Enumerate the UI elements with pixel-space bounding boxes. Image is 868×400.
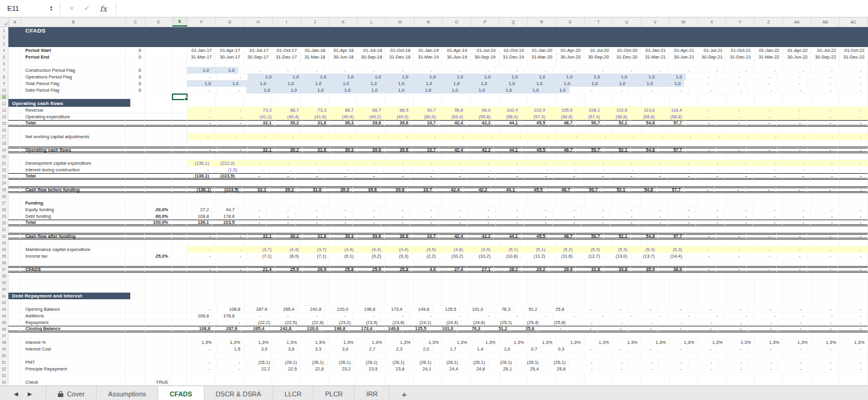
cell[interactable]: 1,3% (244, 339, 272, 346)
cell[interactable] (670, 352, 698, 359)
cell[interactable] (698, 352, 726, 359)
cell[interactable]: - (217, 266, 247, 273)
cell[interactable] (641, 259, 670, 266)
cell[interactable] (8, 40, 21, 47)
row-label[interactable] (21, 273, 125, 279)
cell[interactable]: 3,6 (271, 346, 298, 352)
cell[interactable] (187, 273, 215, 279)
cell[interactable] (755, 153, 783, 160)
cell[interactable]: 1,0 (242, 80, 270, 87)
cell[interactable] (499, 34, 528, 40)
cell[interactable] (357, 273, 385, 279)
cell[interactable] (698, 372, 726, 379)
cell[interactable] (613, 140, 641, 147)
cell[interactable] (187, 60, 215, 67)
cell[interactable] (613, 273, 641, 279)
cell[interactable]: - (599, 359, 629, 366)
cell[interactable]: 42,2 (463, 186, 491, 193)
cell[interactable]: - (217, 87, 247, 94)
cell[interactable] (145, 67, 172, 74)
cell[interactable]: 178,8 (212, 313, 238, 319)
cell[interactable] (125, 372, 145, 379)
cell[interactable]: - (716, 107, 746, 113)
cell[interactable] (470, 279, 499, 286)
column-header-X[interactable]: X (698, 17, 726, 27)
cell[interactable] (584, 379, 613, 386)
column-header-Y[interactable]: Y (726, 17, 755, 27)
cell[interactable]: - (599, 319, 629, 326)
cell[interactable] (244, 286, 272, 293)
cell[interactable]: - (696, 220, 724, 226)
cell[interactable] (187, 140, 215, 147)
cell[interactable]: - (440, 167, 469, 173)
cell[interactable]: - (838, 246, 868, 253)
cell[interactable] (187, 259, 215, 266)
cell[interactable]: 39,3 (330, 120, 357, 127)
cell[interactable] (755, 140, 783, 147)
cell[interactable]: - (324, 67, 352, 74)
cell[interactable]: 39,2 (275, 233, 302, 240)
cell[interactable] (528, 379, 556, 386)
row-number[interactable]: 38 (0, 273, 8, 279)
cell[interactable] (840, 94, 868, 100)
cell[interactable]: 1,0 (297, 80, 325, 87)
cell[interactable]: 287,6 (244, 306, 271, 313)
cell[interactable] (556, 299, 584, 306)
cell[interactable]: - (748, 346, 778, 352)
cell[interactable] (272, 240, 300, 246)
row-label[interactable]: Construction Period Flag (21, 67, 125, 74)
cell[interactable]: - (267, 313, 295, 319)
cell[interactable] (172, 293, 187, 299)
cell[interactable]: - (778, 366, 808, 372)
cell[interactable]: 30-Sep-20 (584, 54, 613, 60)
cell[interactable] (272, 372, 300, 379)
cell[interactable]: 25,8 (330, 266, 357, 273)
cell[interactable]: - (716, 266, 746, 273)
cell[interactable] (499, 40, 528, 47)
cell[interactable] (726, 379, 755, 386)
cell[interactable]: - (469, 167, 498, 173)
cell[interactable] (125, 319, 145, 326)
cell[interactable] (8, 366, 21, 372)
cell[interactable]: 1,0 (629, 80, 657, 87)
cell[interactable]: - (613, 133, 641, 140)
row-label[interactable] (21, 127, 125, 133)
cell[interactable]: (13,7) (631, 253, 658, 259)
cell[interactable] (329, 153, 357, 160)
cell[interactable]: - (776, 80, 807, 87)
cell[interactable] (755, 27, 783, 34)
cell[interactable] (272, 200, 300, 206)
cell[interactable]: - (688, 306, 718, 313)
cell[interactable] (811, 200, 840, 206)
cell[interactable]: 0 (125, 47, 145, 54)
cell[interactable] (584, 60, 613, 67)
cell[interactable] (528, 293, 556, 299)
cell[interactable] (385, 153, 414, 160)
cell[interactable]: (3,7) (248, 246, 275, 253)
cell[interactable]: 1,3% (556, 339, 584, 346)
cell[interactable]: - (716, 253, 746, 259)
cell[interactable] (442, 94, 470, 100)
cell[interactable]: 149,6 (406, 306, 433, 313)
cell[interactable]: (25,1) (489, 319, 516, 326)
cell[interactable]: 265,4 (241, 326, 268, 332)
cell[interactable]: - (839, 206, 867, 213)
cell[interactable] (187, 34, 215, 40)
cell[interactable]: 1,0 (604, 74, 631, 80)
cell[interactable]: 01-Jan-19 (414, 47, 442, 54)
cell[interactable] (8, 273, 21, 279)
cell[interactable] (528, 259, 556, 266)
cell[interactable]: - (496, 220, 524, 226)
cell[interactable] (556, 127, 584, 133)
cell[interactable]: (4,5) (412, 246, 439, 253)
spinner-down-icon[interactable]: ▼ (47, 8, 55, 11)
cell[interactable] (125, 147, 145, 153)
cell[interactable] (556, 259, 584, 266)
cell[interactable] (528, 94, 556, 100)
cell[interactable]: - (840, 167, 868, 173)
cell[interactable]: 39,6 (385, 147, 412, 153)
cell[interactable] (8, 147, 21, 153)
cell[interactable]: (11,6) (549, 253, 576, 259)
row-number[interactable]: 22 (0, 167, 8, 173)
cell[interactable]: - (187, 120, 217, 127)
